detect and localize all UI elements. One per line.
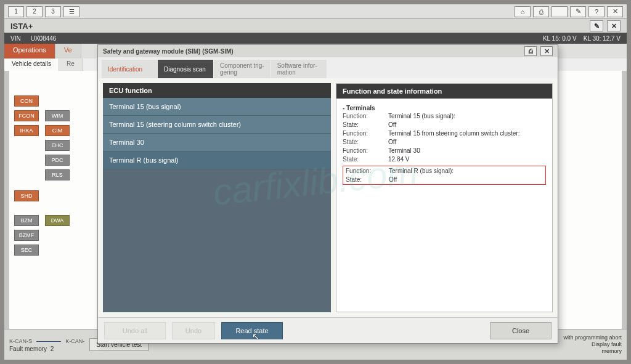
print-icon[interactable]: ⎙ [533,6,549,17]
undo-all-button: Undo all [104,322,166,339]
state-value-1: Off [388,121,546,128]
dialog-close-icon[interactable]: ✕ [540,46,553,56]
highlighted-terminal-r: Function: Terminal R (bus signal): State… [343,166,546,185]
subtab-re[interactable]: Re [59,59,83,71]
ecu-cim[interactable]: CIM [45,125,70,136]
func-value-2: Terminal 15 from steering column switch … [388,130,546,137]
close-button[interactable]: Close [490,322,552,339]
ecu-function-list: ECU function Terminal 15 (bus signal) Te… [103,83,331,312]
prog-abort-label: with programming abort [563,334,622,341]
top-toolbar: 1 2 3 ☰ ⌂ ⎙ ✎ ? ✕ [4,4,627,19]
ecu-pdc[interactable]: PDC [45,155,70,166]
ecu-con[interactable]: CON [14,95,39,107]
tab-component-triggering[interactable]: Component trig- gering [214,60,271,78]
dialog-tabs: Identification Diagnosis scan Component … [98,57,558,78]
state-value-3: 12.84 V [388,156,546,163]
tab-diagnosis-scan[interactable]: Diagnosis scan [158,60,213,78]
ecu-fcon[interactable]: FCON [14,110,39,121]
blank-icon-1[interactable] [552,6,568,17]
kcan-s-label: K-CAN-S [9,338,32,344]
kl15-label: KL 15: [543,35,561,42]
ecu-dwa[interactable]: DWA [45,215,70,226]
state-label-3: State: [343,156,386,163]
dialog-title: Safety and gateway module (SIM) (SGM-SIM… [103,48,234,55]
func-label-1: Function: [343,113,386,119]
function-state-panel: Function and state information - Termina… [336,83,553,312]
function-state-body: - Terminals Function: Terminal 15 (bus s… [336,99,552,188]
sgm-sim-dialog: Safety and gateway module (SIM) (SGM-SIM… [97,44,558,344]
ecu-ihka[interactable]: IHKA [14,125,39,136]
ecu-sec[interactable]: SEC [14,245,39,256]
dialog-body: ECU function Terminal 15 (bus signal) Te… [98,78,558,317]
page-box-1[interactable]: 1 [8,6,24,17]
tools-icon[interactable]: ✎ [570,6,586,17]
close-icon[interactable]: ✕ [607,6,623,17]
terminals-subheader: - Terminals [343,102,546,113]
fault-memory-label: Fault memory [9,346,47,352]
kcan-label: K-CAN- [65,338,84,344]
help-icon[interactable]: ? [588,6,605,17]
fault-memory-value: 2 [51,346,54,352]
dialog-footer: Undo all Undo Read state ↖ Close [98,317,558,343]
state-label-1: State: [343,121,386,128]
ecu-item-terminal-30[interactable]: Terminal 30 [103,134,331,152]
list-icon[interactable]: ☰ [63,6,79,17]
title-bar: ISTA+ ✎ ✕ [4,19,627,33]
display-fault-label[interactable]: Display fault [563,341,622,348]
func-label-3: Function: [343,147,386,154]
ecu-shd[interactable]: SHD [14,190,39,201]
state-value-hl: Off [389,176,543,183]
page-box-2[interactable]: 2 [26,6,43,17]
vin-bar: VIN UX08446 KL 15: 0.0 V KL 30: 12.7 V [4,33,627,44]
page-box-3[interactable]: 3 [45,6,61,17]
func-label-2: Function: [343,130,386,137]
subtab-vehicle-details[interactable]: Vehicle details [4,59,59,71]
read-state-button[interactable]: Read state ↖ [221,322,283,339]
function-state-header: Function and state information [336,84,552,99]
tab-ve[interactable]: Ve [55,44,81,59]
ecu-item-terminal-15-szl[interactable]: Terminal 15 (steering column switch clus… [103,116,331,134]
dialog-title-bar: Safety and gateway module (SIM) (SGM-SIM… [98,45,558,57]
tab-software-information[interactable]: Software infor- mation [271,60,327,78]
func-value-3: Terminal 30 [388,147,546,154]
func-value-hl: Terminal R (bus signal): [389,168,543,174]
window-close-icon[interactable]: ✕ [607,20,621,31]
kl30-label: KL 30: [584,35,601,42]
ecu-bzmf[interactable]: BZMF [14,230,39,241]
ecu-bzm[interactable]: BZM [14,215,39,226]
ecu-function-header: ECU function [103,83,331,98]
func-value-1: Terminal 15 (bus signal): [388,113,546,119]
dialog-print-icon[interactable]: ⎙ [524,46,537,56]
kl30-value: 12.7 V [603,35,621,42]
settings-icon[interactable]: ✎ [590,20,603,31]
undo-button: Undo [172,322,215,339]
bottom-right-info: with programming abort Display fault mem… [563,334,622,354]
ecu-diagram: CON FCON WIM IHKA CIM EHC PDC RLS SHD BZ… [14,95,70,256]
tab-identification[interactable]: Identification [102,60,157,78]
ecu-wim[interactable]: WIM [45,110,70,121]
read-state-label: Read state [235,327,268,334]
ecu-item-terminal-r-bus[interactable]: Terminal R (bus signal) [103,152,331,169]
vin-value: UX08446 [31,35,57,42]
ecu-rls[interactable]: RLS [45,169,70,180]
memory-label[interactable]: memory [563,348,622,355]
func-label-hl: Function: [346,168,386,174]
ecu-ehc[interactable]: EHC [45,140,70,151]
home-icon[interactable]: ⌂ [515,6,531,17]
state-value-2: Off [388,139,546,145]
vin-label: VIN [10,35,21,42]
kl15-value: 0.0 V [562,35,576,42]
ecu-item-terminal-15-bus[interactable]: Terminal 15 (bus signal) [103,98,331,116]
app-title: ISTA+ [10,22,33,31]
state-label-hl: State: [346,176,386,183]
state-label-2: State: [343,139,386,145]
tab-operations[interactable]: Operations [4,44,55,59]
